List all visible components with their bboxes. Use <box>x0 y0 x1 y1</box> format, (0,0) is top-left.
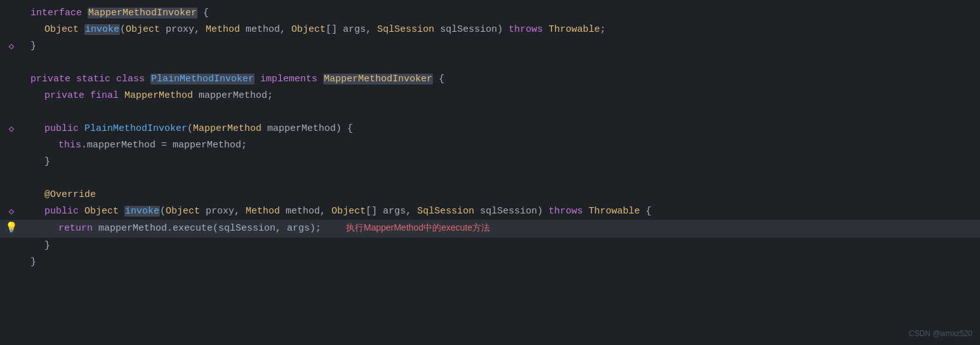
line-gutter: ◇ <box>0 205 23 219</box>
line-gutter: 💡 <box>0 220 23 237</box>
line-content: } <box>23 154 980 170</box>
code-line: @Override <box>0 187 980 203</box>
code-line <box>0 104 980 121</box>
line-content <box>23 105 980 120</box>
code-line: } <box>0 254 980 271</box>
line-content: private final MapperMethod mapperMethod; <box>23 88 980 104</box>
code-editor: interface MapperMethodInvoker {Object in… <box>0 0 980 345</box>
line-content: public Object invoke(Object proxy, Metho… <box>23 204 980 219</box>
line-content: } <box>23 238 980 254</box>
line-gutter: ◇ <box>0 39 23 53</box>
code-line: private final MapperMethod mapperMethod; <box>0 88 980 104</box>
code-line: 💡return mapperMethod.execute(sqlSession,… <box>0 220 980 238</box>
line-content: public PlainMethodInvoker(MapperMethod m… <box>23 121 980 137</box>
line-content: } <box>23 255 980 270</box>
line-content <box>23 171 980 186</box>
code-line: interface MapperMethodInvoker { <box>0 5 980 22</box>
line-content: @Override <box>23 187 980 203</box>
code-line: } <box>0 238 980 254</box>
line-content: Object invoke(Object proxy, Method metho… <box>23 22 980 37</box>
line-content: private static class PlainMethodInvoker … <box>23 72 980 87</box>
code-line <box>0 55 980 71</box>
line-content: this.mapperMethod = mapperMethod; <box>23 138 980 153</box>
line-content: } <box>23 39 980 54</box>
code-line: } <box>0 154 980 170</box>
code-line: ◇} <box>0 38 980 55</box>
line-content: interface MapperMethodInvoker { <box>23 6 980 21</box>
line-gutter: ◇ <box>0 122 23 136</box>
code-line: ◇public PlainMethodInvoker(MapperMethod … <box>0 121 980 137</box>
code-lines: interface MapperMethodInvoker {Object in… <box>0 5 980 271</box>
code-line: Object invoke(Object proxy, Method metho… <box>0 22 980 38</box>
line-content: return mapperMethod.execute(sqlSession, … <box>23 220 980 236</box>
code-line: this.mapperMethod = mapperMethod; <box>0 137 980 154</box>
code-line: private static class PlainMethodInvoker … <box>0 71 980 88</box>
watermark: CSDN @wmxz520 <box>909 328 972 340</box>
code-line: ◇public Object invoke(Object proxy, Meth… <box>0 203 980 220</box>
code-line <box>0 170 980 187</box>
line-content <box>23 55 980 71</box>
